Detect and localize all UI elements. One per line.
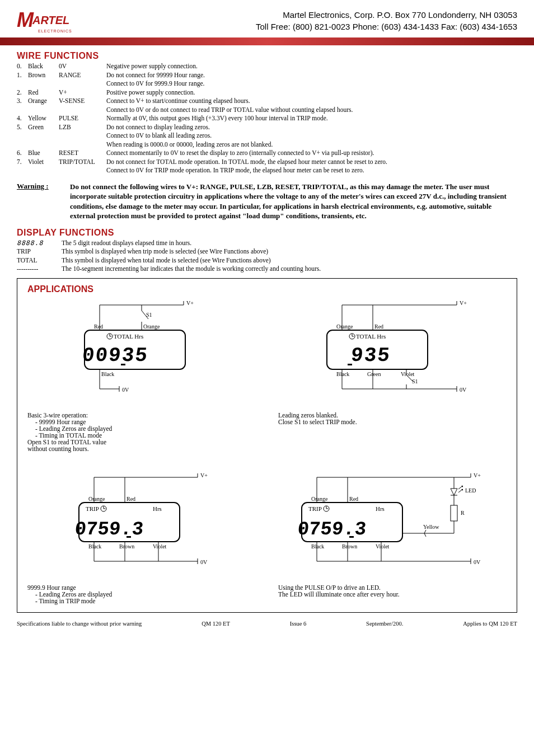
warning-text: Do not connect the following wires to V+… bbox=[70, 182, 517, 221]
svg-text:Red: Red bbox=[127, 496, 135, 502]
svg-text:Orange: Orange bbox=[311, 496, 328, 502]
svg-text:Black: Black bbox=[311, 543, 324, 550]
display-functions-heading: DISPLAY FUNCTIONS bbox=[17, 228, 517, 238]
header: M ARTEL ELECTRONICS Martel Electronics, … bbox=[0, 0, 534, 37]
diagram-2: V+ Orange Red TOTAL Hrs 935 Black Green bbox=[278, 297, 507, 452]
logo-brand: ARTEL bbox=[32, 14, 69, 27]
svg-rect-35 bbox=[348, 364, 352, 365]
company-line1: Martel Electronics, Corp. P.O. Box 770 L… bbox=[106, 9, 517, 21]
table-row: 8888.8The 5 digit readout displays elaps… bbox=[17, 239, 331, 248]
diagram-1-svg: V+ S1 Red Orange TOTAL Hrs 00935 Black bbox=[58, 297, 226, 408]
logo: M ARTEL ELECTRONICS bbox=[17, 8, 106, 33]
svg-text:Red: Red bbox=[94, 323, 103, 330]
svg-text:Black: Black bbox=[336, 371, 349, 377]
table-row: When reading is 0000.0 or 00000, leading… bbox=[17, 140, 393, 149]
table-row: TRIPThis symbol is displayed when trip m… bbox=[17, 247, 331, 256]
footer-left: Specifications liable to change without … bbox=[17, 621, 142, 627]
svg-text:0V: 0V bbox=[122, 387, 129, 393]
footer-mid3: September/200. bbox=[366, 621, 403, 627]
applications-box: APPLICATIONS V+ S1 Red Orange TOTAL Hrs bbox=[17, 278, 517, 613]
footer-right: Applies to QM 120 ET bbox=[463, 621, 517, 627]
svg-text:V+: V+ bbox=[460, 300, 467, 306]
table-row: 4.YellowPULSENormally at 0V, this output… bbox=[17, 114, 393, 123]
warning-label: Warning : bbox=[17, 182, 70, 221]
svg-text:0759.3: 0759.3 bbox=[74, 519, 144, 540]
company-line2: Toll Free: (800) 821-0023 Phone: (603) 4… bbox=[106, 21, 517, 32]
svg-text:Orange: Orange bbox=[88, 496, 105, 502]
wire-functions-table: 0.Black0VNegative power supply connectio… bbox=[17, 62, 393, 175]
diagram-4: V+ Orange Red TRIP Hrs 0759.3 Black Brow… bbox=[278, 469, 507, 604]
diagram-4-caption: Using the PULSE O/P to drive an LED.The … bbox=[278, 584, 507, 598]
svg-text:V+: V+ bbox=[186, 300, 194, 306]
diagram-1-caption: Basic 3-wire operation: - 99999 Hour ran… bbox=[27, 412, 256, 452]
table-row: 2.RedV+Positive power supply connection. bbox=[17, 88, 393, 97]
svg-text:Brown: Brown bbox=[342, 543, 357, 550]
svg-text:Orange: Orange bbox=[336, 323, 353, 330]
svg-text:Violet: Violet bbox=[153, 543, 167, 550]
svg-text:Orange: Orange bbox=[143, 323, 160, 330]
svg-text:Green: Green bbox=[367, 371, 381, 377]
svg-marker-97 bbox=[451, 489, 457, 495]
svg-text:Brown: Brown bbox=[119, 543, 134, 550]
table-row: 1.BrownRANGEDo not connect for 99999 Hou… bbox=[17, 71, 393, 80]
svg-text:TRIP: TRIP bbox=[308, 505, 322, 512]
warning-block: Warning : Do not connect the following w… bbox=[17, 182, 517, 221]
svg-text:R: R bbox=[461, 510, 465, 516]
table-row: ----------The 10-segment incrementing ba… bbox=[17, 265, 331, 274]
company-address: Martel Electronics, Corp. P.O. Box 770 L… bbox=[106, 9, 517, 32]
applications-heading: APPLICATIONS bbox=[27, 284, 507, 294]
svg-text:TRIP: TRIP bbox=[86, 505, 99, 512]
svg-text:00935: 00935 bbox=[81, 344, 149, 367]
table-row: 5.GreenLZBDo not connect to display lead… bbox=[17, 123, 393, 132]
table-row: 3.OrangeV-SENSEConnect to V+ to start/co… bbox=[17, 97, 393, 106]
table-row: Connect to 0V for TRIP mode operation. I… bbox=[17, 166, 393, 175]
table-row: Connect to 0V for 9999.9 Hour range. bbox=[17, 79, 393, 88]
svg-text:V+: V+ bbox=[200, 472, 208, 478]
footer-mid1: QM 120 ET bbox=[202, 621, 230, 627]
table-row: TOTALThis symbol is displayed when total… bbox=[17, 256, 331, 265]
diagram-1: V+ S1 Red Orange TOTAL Hrs 00935 Black bbox=[27, 297, 256, 452]
diagram-2-caption: Leading zeros blanked.Close S1 to select… bbox=[278, 412, 507, 425]
svg-rect-86 bbox=[349, 536, 354, 538]
svg-text:Black: Black bbox=[101, 371, 114, 377]
table-row: Connect to 0V or do not connect to read … bbox=[17, 106, 393, 115]
diagram-3-svg: V+ Orange Red TRIP Hrs 0759.3 Black Brow… bbox=[52, 469, 231, 581]
svg-text:Hrs: Hrs bbox=[153, 505, 162, 512]
diagram-2-svg: V+ Orange Red TOTAL Hrs 935 Black Green bbox=[300, 297, 485, 408]
footer-mid2: Issue 6 bbox=[290, 621, 306, 627]
table-row: 0.Black0VNegative power supply connectio… bbox=[17, 62, 393, 71]
table-row: Connect to 0V to blank all leading zeros… bbox=[17, 132, 393, 140]
logo-subtitle: ELECTRONICS bbox=[38, 29, 106, 33]
svg-text:Yellow: Yellow bbox=[423, 524, 439, 530]
svg-rect-62 bbox=[127, 536, 131, 538]
footer: Specifications liable to change without … bbox=[0, 617, 534, 630]
svg-text:Red: Red bbox=[349, 496, 358, 502]
logo-m: M bbox=[17, 8, 32, 32]
svg-text:Hrs: Hrs bbox=[376, 505, 385, 512]
svg-text:V+: V+ bbox=[474, 472, 481, 478]
wire-functions-heading: WIRE FUNCTIONS bbox=[17, 51, 517, 61]
svg-text:0759.3: 0759.3 bbox=[297, 519, 367, 540]
table-row: 7.VioletTRIP/TOTALDo not connect for TOT… bbox=[17, 158, 393, 167]
svg-text:Black: Black bbox=[88, 543, 101, 550]
svg-text:S1: S1 bbox=[412, 378, 418, 384]
svg-text:0V: 0V bbox=[460, 387, 467, 393]
svg-text:TOTAL Hrs: TOTAL Hrs bbox=[114, 333, 143, 340]
svg-text:Violet: Violet bbox=[376, 543, 390, 550]
svg-rect-16 bbox=[121, 364, 125, 365]
svg-text:Red: Red bbox=[374, 323, 383, 330]
svg-text:935: 935 bbox=[324, 344, 392, 367]
svg-text:TOTAL Hrs: TOTAL Hrs bbox=[356, 333, 386, 340]
divider-stripe bbox=[0, 37, 534, 45]
table-row: 6.BlueRESETConnect momentarily to 0V to … bbox=[17, 149, 393, 158]
diagram-3-caption: 9999.9 Hour range - Leading Zeros are di… bbox=[27, 584, 256, 604]
display-functions-table: 8888.8The 5 digit readout displays elaps… bbox=[17, 239, 331, 274]
diagram-4-svg: V+ Orange Red TRIP Hrs 0759.3 Black Brow… bbox=[280, 469, 504, 581]
svg-text:0V: 0V bbox=[200, 559, 208, 565]
svg-text:S1: S1 bbox=[146, 312, 152, 318]
diagram-3: V+ Orange Red TRIP Hrs 0759.3 Black Brow… bbox=[27, 469, 256, 604]
svg-text:0V: 0V bbox=[474, 559, 481, 565]
svg-text:LED: LED bbox=[465, 487, 476, 494]
svg-rect-105 bbox=[451, 505, 457, 521]
